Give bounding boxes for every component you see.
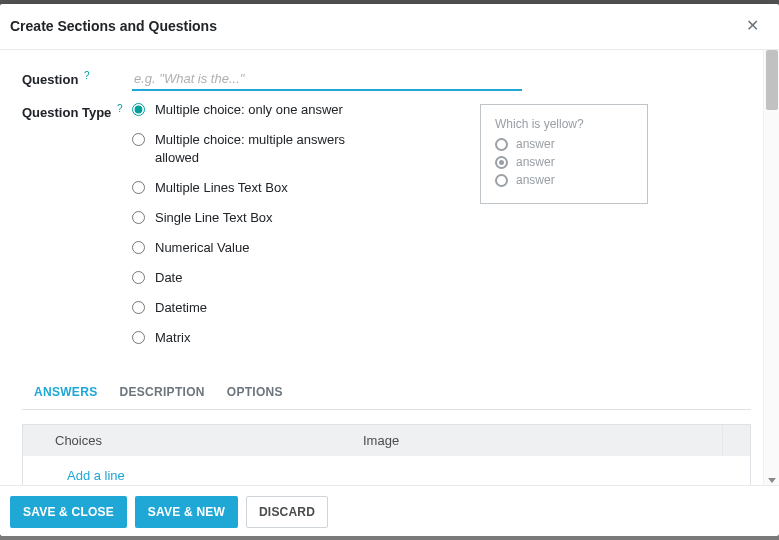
preview-option: answer xyxy=(495,137,633,151)
question-type-preview: Which is yellow? answer answer answer xyxy=(480,104,648,204)
scrollbar-thumb[interactable] xyxy=(766,50,778,110)
preview-option-label: answer xyxy=(516,137,555,151)
preview-option-label: answer xyxy=(516,155,555,169)
save-new-button[interactable]: SAVE & NEW xyxy=(135,496,238,528)
grid-body: Add a line xyxy=(23,456,750,485)
type-option-label: Multiple Lines Text Box xyxy=(155,179,288,197)
chevron-down-icon[interactable] xyxy=(768,478,776,483)
type-option-matrix[interactable]: Matrix xyxy=(132,329,480,347)
modal-body: Question ? Question Type ? Multiple c xyxy=(0,50,779,485)
type-options: Multiple choice: only one answer Multipl… xyxy=(132,101,480,359)
type-option-label: Numerical Value xyxy=(155,239,249,257)
modal-footer: SAVE & CLOSE SAVE & NEW DISCARD xyxy=(0,485,779,536)
tab-description[interactable]: DESCRIPTION xyxy=(119,377,204,409)
radio-icon xyxy=(495,174,508,187)
type-option-label: Datetime xyxy=(155,299,207,317)
grid-header: Choices Image xyxy=(23,425,750,456)
col-choices[interactable]: Choices xyxy=(23,425,353,456)
close-icon[interactable]: ✕ xyxy=(742,12,763,39)
type-option-label: Multiple choice: only one answer xyxy=(155,101,343,119)
type-radio[interactable] xyxy=(132,103,145,116)
question-input[interactable] xyxy=(132,68,522,91)
type-option-multiline[interactable]: Multiple Lines Text Box xyxy=(132,179,480,197)
preview-title: Which is yellow? xyxy=(495,117,633,131)
radio-icon xyxy=(495,138,508,151)
type-option-date[interactable]: Date xyxy=(132,269,480,287)
type-help-icon[interactable]: ? xyxy=(117,103,123,114)
type-radio[interactable] xyxy=(132,301,145,314)
tab-options[interactable]: OPTIONS xyxy=(227,377,283,409)
tabs: ANSWERS DESCRIPTION OPTIONS xyxy=(22,377,751,410)
question-row: Question ? xyxy=(22,68,751,91)
question-label: Question ? xyxy=(22,68,132,91)
question-field xyxy=(132,68,751,91)
type-option-label: Date xyxy=(155,269,182,287)
modal-title: Create Sections and Questions xyxy=(10,18,217,34)
col-actions xyxy=(722,425,750,456)
modal-header: Create Sections and Questions ✕ xyxy=(0,4,779,50)
type-option-mc-multi[interactable]: Multiple choice: multiple answers allowe… xyxy=(132,131,480,167)
type-row: Question Type ? Multiple choice: only on… xyxy=(22,101,751,359)
col-image[interactable]: Image xyxy=(353,425,722,456)
type-option-label: Single Line Text Box xyxy=(155,209,273,227)
type-option-numerical[interactable]: Numerical Value xyxy=(132,239,480,257)
radio-icon xyxy=(495,156,508,169)
modal-scroll[interactable]: Question ? Question Type ? Multiple c xyxy=(0,50,763,485)
type-option-mc-single[interactable]: Multiple choice: only one answer xyxy=(132,101,480,119)
type-option-singleline[interactable]: Single Line Text Box xyxy=(132,209,480,227)
type-radio[interactable] xyxy=(132,241,145,254)
type-label: Question Type ? xyxy=(22,101,132,359)
answers-grid: Choices Image Add a line xyxy=(22,424,751,485)
type-radio[interactable] xyxy=(132,211,145,224)
type-radio[interactable] xyxy=(132,181,145,194)
type-radio[interactable] xyxy=(132,271,145,284)
type-option-label: Matrix xyxy=(155,329,190,347)
type-radio[interactable] xyxy=(132,331,145,344)
type-radio[interactable] xyxy=(132,133,145,146)
question-help-icon[interactable]: ? xyxy=(84,70,90,81)
type-option-datetime[interactable]: Datetime xyxy=(132,299,480,317)
discard-button[interactable]: DISCARD xyxy=(246,496,328,528)
question-label-text: Question xyxy=(22,72,78,87)
vertical-scrollbar[interactable] xyxy=(763,50,779,485)
save-close-button[interactable]: SAVE & CLOSE xyxy=(10,496,127,528)
page-bottom-bar xyxy=(0,536,779,540)
preview-option: answer xyxy=(495,155,633,169)
preview-option-label: answer xyxy=(516,173,555,187)
type-field: Multiple choice: only one answer Multipl… xyxy=(132,101,751,359)
type-label-text: Question Type xyxy=(22,105,111,120)
add-line-link[interactable]: Add a line xyxy=(23,456,750,485)
tab-answers[interactable]: ANSWERS xyxy=(34,377,97,409)
modal: Create Sections and Questions ✕ Question… xyxy=(0,4,779,536)
type-option-label: Multiple choice: multiple answers allowe… xyxy=(155,131,375,167)
preview-option: answer xyxy=(495,173,633,187)
